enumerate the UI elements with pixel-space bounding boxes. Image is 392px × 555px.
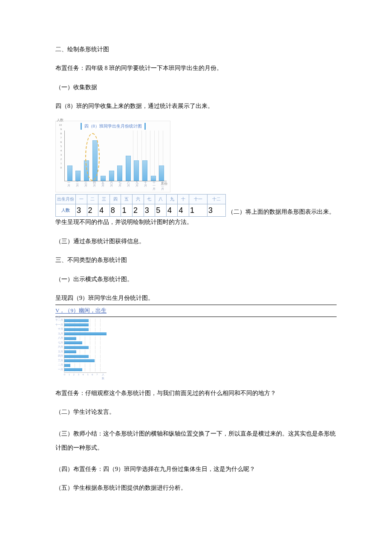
- chart1-bar: [117, 166, 122, 180]
- chart-class9: 月份 十二月十一月十月九月八月七月六月五月四月三月二月一月 01234567人数: [55, 319, 107, 381]
- table-value-cell: 4: [166, 204, 178, 217]
- chart2-row: 十月: [55, 328, 107, 331]
- underline-text: V，（9）幽闲，出生: [55, 307, 107, 314]
- chart1-bar: [126, 156, 131, 181]
- chart1-title: 四（8）班同学出生月份统计图: [58, 123, 168, 130]
- sub-3-heading: （三）通过条形统计图获得信息。: [55, 237, 337, 246]
- sub-1-text: 四（8）班的同学收集上来的数据，通过统计表展示了出来。: [55, 102, 337, 111]
- chart2-row: 一月: [55, 368, 107, 372]
- table-header-cell: 三: [98, 194, 110, 204]
- table-header-cell: 四: [110, 194, 121, 204]
- chart1-bar: [109, 171, 114, 181]
- chart2-xaxis: 01234567人数: [64, 372, 107, 381]
- birth-month-table: 出生月份 一二三四五六七八九十十一十二 人数 324812354413: [55, 194, 226, 217]
- table-value-cell: 1: [121, 204, 133, 217]
- chart2-bar: [64, 368, 82, 371]
- chart2-bar: [64, 341, 82, 344]
- table-header-cell: 五: [121, 194, 133, 204]
- chart2-row-label: 五月: [55, 350, 64, 354]
- chart1-yticks: 109876543210: [57, 123, 62, 170]
- sub-3-1-heading: （一）出示横式条形统计图。: [55, 275, 337, 284]
- section-3-heading: 三、不同类型的条形统计图: [55, 256, 337, 265]
- section-2-heading: 二、绘制条形统计图: [55, 45, 337, 54]
- chart2-row-label: 七月: [55, 341, 64, 345]
- table-value-cell: 2: [133, 204, 144, 217]
- chart2-row-label: 四月: [55, 354, 64, 358]
- chart1-bar: [151, 176, 156, 181]
- chart2-row: 四月: [55, 355, 107, 358]
- chart2-bar: [64, 337, 76, 340]
- chart2-bar: [64, 323, 89, 326]
- table-header-cell: 十: [178, 194, 189, 204]
- chart1-ylabel: 人数: [57, 118, 63, 123]
- table-header-cell: 六: [133, 194, 144, 204]
- table-value-cell: 5: [155, 204, 167, 217]
- chart1-bar: [142, 160, 147, 180]
- student-work-text: 学生呈现不同的作品，并说明绘制统计图时的方法。: [55, 218, 337, 227]
- chart1-xlabel: 月份: [161, 181, 167, 187]
- chart1-bar: [84, 160, 89, 180]
- table-header-cell: 一: [76, 194, 87, 204]
- chart2-row-label: 十月: [55, 327, 64, 331]
- chart1-bar: [75, 171, 81, 181]
- chart2-row-label: 九月: [55, 332, 64, 336]
- table-value-cell: 3: [144, 204, 155, 217]
- chart2-row-label: 一月: [55, 368, 64, 372]
- table-header-label: 出生月份: [56, 194, 76, 204]
- chart2-row: 三月: [55, 359, 107, 363]
- chart1-bar: [159, 166, 164, 180]
- chart2-row-label: 二月: [55, 363, 64, 367]
- chart2-row-label: 三月: [55, 359, 64, 363]
- chart2-bar: [64, 328, 89, 331]
- chart2-row-label: 六月: [55, 345, 64, 349]
- chart1-bar: [101, 176, 106, 181]
- chart2-bar: [64, 355, 89, 358]
- table-header-cell: 十一: [189, 194, 208, 204]
- data-table-row: 出生月份 一二三四五六七八九十十一十二 人数 324812354413 （二）将…: [55, 193, 337, 217]
- table-value-cell: 4: [98, 204, 110, 217]
- chart2-bar: [64, 319, 89, 322]
- chart2-row: 十一月: [55, 323, 107, 327]
- chart2-ylabel: 月份: [55, 315, 61, 320]
- task-1: 布置任务：四年级 8 班的同学要统计一下本班同学出生的月份。: [55, 64, 337, 73]
- table-value-cell: 3: [208, 204, 226, 217]
- table-value-cell: 3: [76, 204, 87, 217]
- chart1-xticks: 一月二月三月四月五月六月七月八月九月十月十一月十二月: [64, 181, 167, 191]
- sub-3-5: （五）学生根据条形统计图提供的数据进行分析。: [55, 483, 337, 493]
- table-value-cell: 8: [110, 204, 121, 217]
- underline-block: V，（9）幽闲，出生: [55, 305, 337, 317]
- table-value-cell: 4: [178, 204, 189, 217]
- chart2-row: 十二月: [55, 319, 107, 323]
- table-header-cell: 二: [87, 194, 98, 204]
- chart2-row: 二月: [55, 363, 107, 367]
- table-value-cell: 2: [87, 204, 98, 217]
- chart1-bar: [134, 160, 139, 180]
- chart-class8: 人数 四（8）班同学出生月份统计图 109876543210 一月二月三月四月五…: [55, 121, 337, 192]
- chart2-row: 七月: [55, 341, 107, 345]
- sub-3-3: （三）教师小结：这个条形统计图的横轴和纵轴位置交换了一下，所以直条是横过来的。这…: [55, 427, 337, 455]
- sub-1-heading: （一）收集数据: [55, 83, 337, 92]
- table-header-cell: 九: [166, 194, 178, 204]
- chart2-row: 五月: [55, 350, 107, 354]
- chart2-bar: [64, 359, 95, 362]
- show-class9-text: 呈现四（9）班同学出生月份统计图。: [55, 293, 337, 303]
- chart2-row: 八月: [55, 337, 107, 340]
- sub-3-4: （四）布置任务：四（9）班同学选择在九月份过集体生日，这是为什么呢？: [55, 465, 337, 474]
- task-2: 布置任务：仔细观察这个条形统计图，与我们前面见过的有什么相同和不同的地方？: [55, 389, 337, 398]
- chart2-row: 九月: [55, 332, 107, 336]
- chart2-row-label: 八月: [55, 336, 64, 340]
- chart2-bar: [64, 364, 70, 367]
- chart1-bar: [92, 140, 98, 180]
- chart1-plot: [64, 131, 167, 181]
- sub-2-text: （二）将上面的数据用条形图表示出来。: [228, 207, 335, 217]
- chart2-bar: [64, 332, 107, 335]
- table-header-cell: 十二: [208, 194, 226, 204]
- chart1-bar: [67, 166, 72, 180]
- sub-3-2: （二）学生讨论发言。: [55, 407, 337, 417]
- document-page: 二、绘制条形统计图 布置任务：四年级 8 班的同学要统计一下本班同学出生的月份。…: [0, 0, 392, 528]
- chart2-bar: [64, 350, 76, 353]
- chart2-bar: [64, 346, 89, 349]
- table-value-cell: 1: [189, 204, 208, 217]
- table-value-label: 人数: [56, 204, 76, 217]
- chart2-row: 六月: [55, 346, 107, 349]
